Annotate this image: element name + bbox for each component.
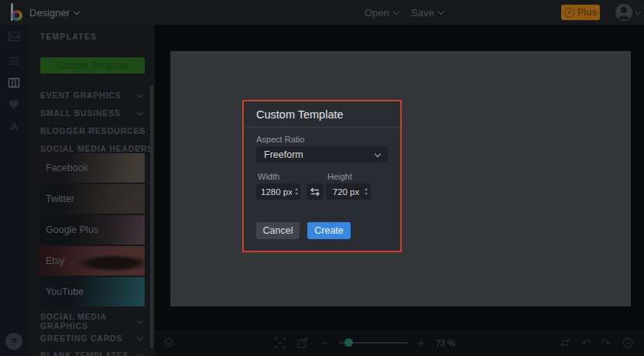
chevron-down-icon	[393, 9, 399, 15]
width-stepper[interactable]: ▲ ▼	[292, 187, 301, 196]
category-small-business[interactable]: SMALL BUSINESS	[28, 104, 155, 122]
width-field: ▲ ▼	[256, 183, 301, 200]
panel-scrollbar[interactable]	[150, 85, 153, 348]
designer-app-window: Designer Open Save ★ Plus	[0, 0, 644, 356]
top-bar: Designer Open Save ★ Plus	[0, 0, 644, 25]
template-thumb-youtube[interactable]: YouTube	[39, 277, 145, 306]
help-button[interactable]: ?	[5, 333, 22, 350]
template-thumb-twitter[interactable]: Twitter	[39, 184, 145, 214]
chevron-down-icon	[635, 9, 641, 15]
height-input[interactable]	[326, 187, 361, 197]
layers-icon[interactable]	[163, 337, 175, 349]
zoom-in-button[interactable]: +	[418, 337, 425, 349]
chevron-down-icon	[137, 351, 143, 356]
dialog-header: Custom Template	[244, 101, 400, 128]
category-blogger-resources[interactable]: BLOGGER RESOURCES	[28, 122, 155, 139]
plus-badge-icon: ★	[564, 8, 574, 18]
height-stepper[interactable]: ▲ ▼	[361, 187, 371, 196]
fit-to-screen-icon[interactable]	[274, 337, 286, 349]
expand-canvas-icon[interactable]	[296, 337, 309, 349]
zoom-out-button[interactable]: −	[321, 337, 328, 349]
template-thumb-facebook[interactable]: Facebook	[39, 153, 145, 183]
plus-button-label: Plus	[577, 7, 597, 18]
compare-icon[interactable]	[559, 337, 571, 349]
save-menu[interactable]: Save	[411, 0, 444, 25]
designer-menu[interactable]: Designer	[29, 0, 79, 25]
height-label: Height	[327, 172, 352, 181]
list-icon[interactable]	[8, 55, 20, 67]
cancel-button[interactable]: Cancel	[256, 222, 300, 239]
undo-icon[interactable]: ↶	[581, 337, 591, 349]
aspect-ratio-value: Freeform	[264, 149, 375, 160]
category-greeting-cards[interactable]: GREETING CARDS	[28, 330, 155, 347]
templates-icon[interactable]	[8, 30, 20, 43]
tool-rail: A	[0, 25, 28, 356]
chevron-down-icon	[375, 150, 381, 156]
step-down-icon[interactable]: ▼	[295, 192, 299, 196]
redo-icon[interactable]: ↷	[601, 337, 611, 349]
width-label: Width	[258, 172, 279, 181]
chevron-down-icon	[137, 109, 143, 115]
category-social-media-graphics[interactable]: SOCIAL MEDIA GRAPHICS	[28, 313, 155, 330]
step-down-icon[interactable]: ▼	[365, 192, 368, 196]
aspect-ratio-select[interactable]: Freeform	[256, 146, 388, 163]
swap-arrows-icon	[310, 187, 320, 197]
swap-dimensions-button[interactable]	[307, 183, 323, 200]
create-button[interactable]: Create	[307, 222, 351, 239]
avatar	[615, 4, 632, 21]
category-blank-templates[interactable]: BLANK TEMPLATES	[28, 347, 155, 356]
open-menu[interactable]: Open	[365, 0, 399, 25]
zoom-percent: 73 %	[436, 338, 455, 347]
columns-icon[interactable]	[8, 77, 20, 89]
category-event-graphics[interactable]: EVENT GRAPHICS	[28, 87, 155, 104]
custom-template-dialog: Custom Template Aspect Ratio Freeform Wi…	[242, 100, 402, 252]
heart-icon[interactable]	[8, 98, 20, 111]
template-thumb-google-plus[interactable]: Google Plus	[39, 215, 145, 245]
chevron-down-icon	[437, 9, 444, 15]
panel-heading: TEMPLATES	[40, 33, 97, 41]
height-field: ▲ ▼	[326, 183, 371, 200]
templates-panel: TEMPLATES Custom Template EVENT GRAPHICS…	[28, 25, 155, 356]
open-menu-label: Open	[365, 7, 389, 19]
history-icon[interactable]	[622, 337, 634, 349]
zoom-slider-thumb[interactable]	[344, 338, 353, 347]
bottom-toolbar: − + 73 % ↶ ↷	[155, 330, 644, 356]
custom-template-button[interactable]: Custom Template	[40, 57, 145, 74]
template-thumb-etsy[interactable]: Etsy	[39, 246, 145, 276]
save-menu-label: Save	[411, 7, 434, 19]
befunky-logo-icon[interactable]	[9, 3, 26, 22]
dialog-title: Custom Template	[256, 108, 344, 121]
aspect-ratio-label: Aspect Ratio	[256, 135, 304, 144]
chevron-down-icon	[137, 334, 143, 341]
designer-menu-label: Designer	[29, 7, 70, 19]
text-icon[interactable]: A	[8, 120, 20, 132]
chevron-down-icon	[74, 9, 80, 15]
chevron-down-icon	[137, 91, 143, 98]
width-input[interactable]	[256, 187, 292, 197]
account-menu[interactable]	[615, 4, 640, 21]
plus-upgrade-button[interactable]: ★ Plus	[561, 5, 600, 20]
